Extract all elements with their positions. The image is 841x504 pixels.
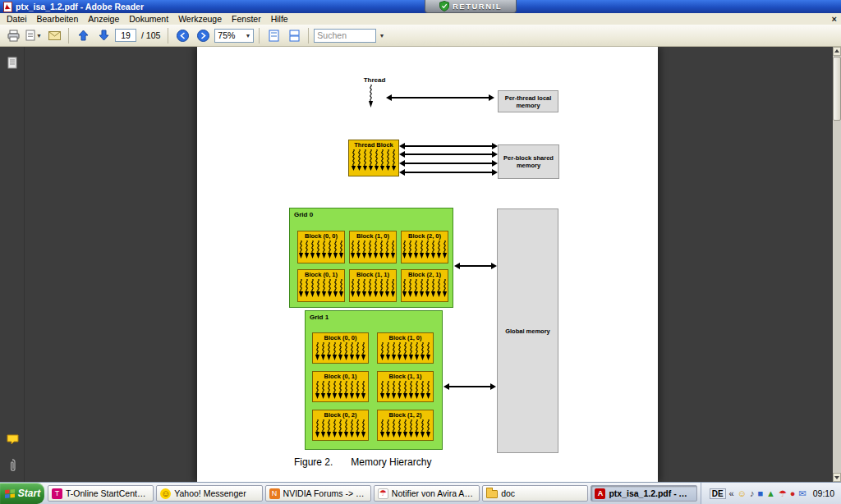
mail-tray-icon[interactable]: ✉ (799, 489, 807, 498)
block-label: Block (0, 0) (313, 334, 368, 342)
toolbar: ▼ / 105 75% ▼ (0, 25, 841, 47)
grid1-block-0-1: Block (0, 1) (312, 371, 369, 402)
ati-tray-icon[interactable]: ● (790, 489, 796, 498)
pages-panel-icon[interactable] (4, 55, 21, 71)
vertical-scrollbar[interactable] (833, 47, 841, 482)
search-input[interactable] (317, 30, 373, 40)
display-settings-icon[interactable]: ■ (757, 489, 763, 498)
page-layout-single-button[interactable] (264, 27, 283, 44)
next-page-button[interactable] (94, 27, 113, 44)
grid1-block-1-1: Block (1, 1) (377, 371, 434, 402)
menu-fenster[interactable]: Fenster (227, 14, 266, 24)
task-adobe-reader[interactable]: A ptx_isa_1.2.pdf - Ado... (591, 485, 696, 502)
menu-datei[interactable]: Datei (2, 14, 32, 24)
returnil-label: RETURNIL (453, 2, 502, 11)
document-close-button[interactable]: × (832, 14, 837, 24)
arrow-block-shared-3 (405, 163, 492, 164)
menu-anzeige[interactable]: Anzeige (83, 14, 124, 24)
thread-label: Thread (353, 76, 396, 84)
grid1-label: Grid 1 (310, 314, 329, 321)
task-doc-folder[interactable]: doc (482, 485, 588, 502)
block-label: Block (0, 0) (298, 232, 344, 241)
toolbar-separator (259, 28, 260, 44)
task-yahoo-messenger[interactable]: ☺ Yahoo! Messenger (156, 485, 262, 502)
yahoo-messenger-icon: ☺ (160, 488, 171, 499)
global-memory-box: Global memory (497, 208, 558, 453)
attachments-panel-icon[interactable] (4, 457, 21, 474)
grid0-block-2-1: Block (2, 1) (401, 269, 448, 302)
grid0-block-2-0: Block (2, 0) (401, 231, 448, 263)
block-label: Block (1, 0) (350, 232, 396, 241)
task-t-online[interactable]: T T-Online StartCenter 6.0 (48, 485, 154, 502)
save-copy-button[interactable]: ▼ (25, 27, 43, 44)
per-thread-memory-box: Per-thread local memory (498, 90, 558, 112)
previous-page-button[interactable] (74, 27, 92, 44)
toolbar-separator (168, 28, 168, 44)
zoom-select[interactable]: 75% ▼ (214, 29, 254, 43)
grid0-block-1-1: Block (1, 1) (349, 269, 397, 302)
browser-icon: N (269, 488, 280, 499)
search-dropdown-button[interactable]: ▼ (376, 29, 387, 43)
hide-inactive-icons-button[interactable]: « (729, 489, 734, 498)
grid0-block-1-0: Block (1, 0) (349, 231, 397, 263)
document-workspace: Thread Per-thread local memory Thread Bl… (0, 47, 833, 482)
arrow-grid1-global (449, 386, 490, 387)
page-total-label: / 105 (139, 30, 163, 40)
circle-arrow-left-icon (177, 30, 189, 42)
scroll-up-button[interactable] (833, 47, 841, 56)
thread-arrows (350, 241, 396, 259)
returnil-badge: RETURNIL (425, 0, 517, 13)
toolbar-separator (308, 28, 309, 44)
chevron-down-icon: ▼ (245, 33, 250, 39)
task-avira-notifier[interactable]: ☂ Notifier von Avira AntiVir... (374, 485, 480, 502)
task-label: ptx_isa_1.2.pdf - Ado... (609, 488, 692, 498)
returnil-tray-icon[interactable]: ▲ (766, 489, 775, 498)
arrow-block-shared-2 (405, 153, 492, 155)
menu-dokument[interactable]: Dokument (124, 14, 173, 24)
navigation-panel (0, 47, 25, 482)
grid1-box: Grid 1 Block (0, 0) Block (1, 0) Block (… (305, 310, 443, 450)
thread-block-label: Thread Block (349, 141, 398, 149)
start-label: Start (18, 488, 40, 499)
menu-hilfe[interactable]: Hilfe (266, 14, 293, 24)
arrow-block-shared-1 (405, 145, 492, 147)
scroll-down-button[interactable] (833, 473, 841, 482)
start-button[interactable]: Start (0, 483, 44, 504)
volume-icon[interactable]: ♪ (750, 489, 755, 498)
comments-panel-icon[interactable] (4, 431, 21, 447)
block-label: Block (1, 0) (378, 334, 433, 342)
thread-arrows (378, 342, 433, 360)
block-label: Block (0, 1) (298, 271, 344, 279)
grid1-block-1-0: Block (1, 0) (377, 332, 434, 364)
figure-caption: Figure 2.Memory Hierarchy (294, 456, 431, 468)
yahoo-tray-icon[interactable]: ☺ (738, 489, 747, 498)
single-page-icon (269, 30, 279, 42)
grid0-block-0-1: Block (0, 1) (297, 269, 345, 302)
grid1-block-1-2: Block (1, 2) (377, 410, 434, 441)
arrow-block-shared-4 (405, 172, 492, 173)
arrow-up-icon (78, 30, 89, 41)
block-label: Block (1, 2) (378, 411, 433, 419)
system-tray: DE « ☺ ♪ ■ ▲ ☂ ● ✉ 09:10 (701, 483, 841, 504)
task-nvidia-forums[interactable]: N NVIDIA Forums -> Gener... (265, 485, 371, 502)
page-number-input[interactable] (115, 29, 136, 42)
next-view-button[interactable] (194, 27, 212, 44)
scrollbar-thumb[interactable] (833, 57, 841, 121)
print-button[interactable] (4, 27, 22, 44)
avira-tray-icon[interactable]: ☂ (779, 489, 787, 498)
per-block-memory-box: Per-block shared memory (498, 144, 559, 179)
task-label: NVIDIA Forums -> Gener... (283, 488, 367, 498)
thread-arrows (378, 381, 433, 399)
block-label: Block (2, 0) (402, 232, 448, 241)
language-indicator[interactable]: DE (710, 488, 726, 499)
menu-werkzeuge[interactable]: Werkzeuge (173, 14, 227, 24)
page-layout-continuous-button[interactable] (285, 27, 303, 44)
email-button[interactable] (45, 27, 63, 44)
arrow-grid0-global (460, 265, 491, 267)
clock: 09:10 (813, 488, 834, 498)
grid0-label: Grid 0 (294, 211, 313, 218)
thread-arrows (298, 241, 344, 259)
menu-bearbeiten[interactable]: Bearbeiten (32, 14, 84, 24)
circle-arrow-right-icon (197, 30, 209, 42)
previous-view-button[interactable] (173, 27, 191, 44)
